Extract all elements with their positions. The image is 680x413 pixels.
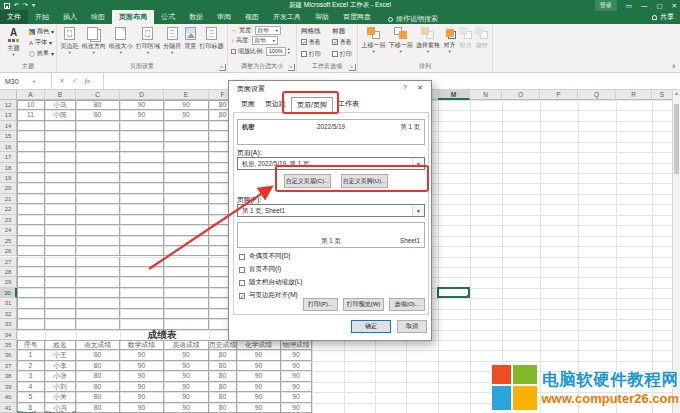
grid-cell[interactable] bbox=[120, 277, 164, 287]
grid-cell[interactable] bbox=[164, 131, 209, 141]
column-header[interactable]: D bbox=[120, 90, 164, 100]
grid-cell[interactable] bbox=[17, 267, 45, 277]
column-header[interactable]: Q bbox=[578, 90, 616, 100]
grid-cell[interactable] bbox=[45, 173, 76, 183]
grid-cell[interactable] bbox=[164, 298, 209, 308]
grid-cell[interactable] bbox=[120, 163, 164, 173]
grid-cell[interactable]: 90 bbox=[120, 100, 164, 110]
grid-cell[interactable] bbox=[120, 309, 164, 319]
grid-cell[interactable]: 90 bbox=[164, 350, 209, 360]
grid-cell[interactable] bbox=[17, 257, 45, 267]
grid-cell[interactable] bbox=[45, 288, 76, 298]
grid-cell[interactable] bbox=[17, 215, 45, 225]
grid-cell[interactable] bbox=[17, 204, 45, 214]
grid-cell[interactable]: 80 bbox=[76, 371, 120, 381]
grid-cell[interactable]: 80 bbox=[209, 392, 237, 402]
row-header[interactable]: 19 bbox=[0, 173, 17, 183]
row-header[interactable]: 37 bbox=[0, 361, 17, 371]
grid-cell[interactable]: 80 bbox=[209, 350, 237, 360]
column-header[interactable]: N bbox=[470, 90, 502, 100]
grid-cell[interactable] bbox=[164, 173, 209, 183]
row-header[interactable]: 17 bbox=[0, 152, 17, 162]
active-cell[interactable] bbox=[437, 287, 470, 298]
grid-cell[interactable] bbox=[120, 194, 164, 204]
grid-cell[interactable] bbox=[17, 288, 45, 298]
grid-cell[interactable]: 小马 bbox=[45, 100, 76, 110]
row-header[interactable]: 30 bbox=[0, 288, 17, 298]
sheet-tab-sheet1[interactable]: Sheet1 bbox=[17, 409, 37, 413]
row-header[interactable]: 24 bbox=[0, 225, 17, 235]
score-table-header-cell[interactable]: 物理成绩 bbox=[281, 340, 312, 350]
new-sheet-icon[interactable]: ⊕ bbox=[72, 409, 77, 413]
grid-cell[interactable] bbox=[45, 152, 76, 162]
grid-cell[interactable] bbox=[76, 225, 120, 235]
grid-cell[interactable]: 90 bbox=[237, 403, 281, 413]
grid-cell[interactable]: 90 bbox=[164, 361, 209, 371]
grid-cell[interactable]: 80 bbox=[76, 100, 120, 110]
grid-cell[interactable]: 90 bbox=[164, 100, 209, 110]
grid-cell[interactable] bbox=[120, 215, 164, 225]
grid-cell[interactable] bbox=[76, 309, 120, 319]
grid-cell[interactable] bbox=[120, 298, 164, 308]
dialog-tab-page[interactable]: 页面 bbox=[236, 97, 260, 113]
column-header[interactable]: M bbox=[438, 90, 470, 100]
dialog-tab-sheet[interactable]: 工作表 bbox=[333, 97, 364, 113]
row-header[interactable]: 36 bbox=[0, 350, 17, 360]
custom-header-button[interactable]: 自定义页眉(C)... bbox=[284, 174, 331, 188]
grid-cell[interactable]: 90 bbox=[281, 392, 312, 402]
grid-cell[interactable] bbox=[164, 225, 209, 235]
grid-cell[interactable]: 90 bbox=[164, 371, 209, 381]
grid-cell[interactable]: 90 bbox=[120, 382, 164, 392]
grid-cell[interactable] bbox=[45, 267, 76, 277]
grid-cell[interactable] bbox=[17, 183, 45, 193]
grid-cell[interactable] bbox=[17, 309, 45, 319]
row-header[interactable]: 39 bbox=[0, 382, 17, 392]
row-header[interactable]: 27 bbox=[0, 257, 17, 267]
grid-cell[interactable]: 90 bbox=[237, 350, 281, 360]
grid-cell[interactable] bbox=[76, 173, 120, 183]
grid-cell[interactable] bbox=[76, 246, 120, 256]
grid-cell[interactable] bbox=[164, 236, 209, 246]
grid-cell[interactable] bbox=[164, 267, 209, 277]
grid-cell[interactable] bbox=[164, 246, 209, 256]
row-header[interactable]: 26 bbox=[0, 246, 17, 256]
grid-cell[interactable] bbox=[164, 152, 209, 162]
grid-cell[interactable] bbox=[45, 246, 76, 256]
align-with-margins-checkbox[interactable]: ✓与页边距对齐(M) bbox=[239, 291, 298, 300]
grid-cell[interactable] bbox=[17, 236, 45, 246]
grid-cell[interactable] bbox=[45, 183, 76, 193]
grid-cell[interactable] bbox=[17, 246, 45, 256]
row-header[interactable]: 13 bbox=[0, 110, 17, 120]
print-button[interactable]: 打印(P)... bbox=[303, 298, 338, 311]
grid-cell[interactable] bbox=[76, 277, 120, 287]
row-header[interactable]: 29 bbox=[0, 277, 17, 287]
grid-cell[interactable] bbox=[76, 204, 120, 214]
grid-cell[interactable] bbox=[17, 225, 45, 235]
column-header[interactable]: P bbox=[540, 90, 578, 100]
sheet-tab-sheet2[interactable]: Sheet2 bbox=[45, 409, 64, 413]
column-header[interactable]: B bbox=[45, 90, 76, 100]
grid-cell[interactable] bbox=[45, 215, 76, 225]
row-header[interactable]: 32 bbox=[0, 309, 17, 319]
header-select[interactable]: 机密, 2022/5/19, 第 1 页 ▼ bbox=[237, 157, 425, 170]
grid-cell[interactable] bbox=[45, 277, 76, 287]
grid-cell[interactable]: 80 bbox=[209, 361, 237, 371]
grid-cell[interactable] bbox=[45, 131, 76, 141]
grid-cell[interactable]: 90 bbox=[237, 392, 281, 402]
select-all-button[interactable] bbox=[0, 90, 17, 100]
score-table-header-cell[interactable]: 英语成绩 bbox=[164, 340, 209, 350]
grid-cell[interactable]: 10 bbox=[17, 100, 45, 110]
grid-cell[interactable]: 小陈 bbox=[45, 110, 76, 120]
different-odd-even-checkbox[interactable]: 奇偶页不同(D) bbox=[239, 252, 291, 261]
grid-cell[interactable] bbox=[120, 225, 164, 235]
row-header[interactable]: 25 bbox=[0, 236, 17, 246]
grid-cell[interactable] bbox=[164, 319, 209, 329]
print-preview-button[interactable]: 打印预览(W) bbox=[343, 298, 384, 311]
grid-cell[interactable] bbox=[120, 246, 164, 256]
different-first-page-checkbox[interactable]: 首页不同(I) bbox=[239, 265, 281, 274]
grid-cell[interactable] bbox=[76, 163, 120, 173]
score-table-header-cell[interactable]: 历史成绩 bbox=[209, 340, 237, 350]
row-header[interactable]: 20 bbox=[0, 183, 17, 193]
grid-cell[interactable]: 小关 bbox=[45, 392, 76, 402]
grid-cell[interactable] bbox=[17, 152, 45, 162]
